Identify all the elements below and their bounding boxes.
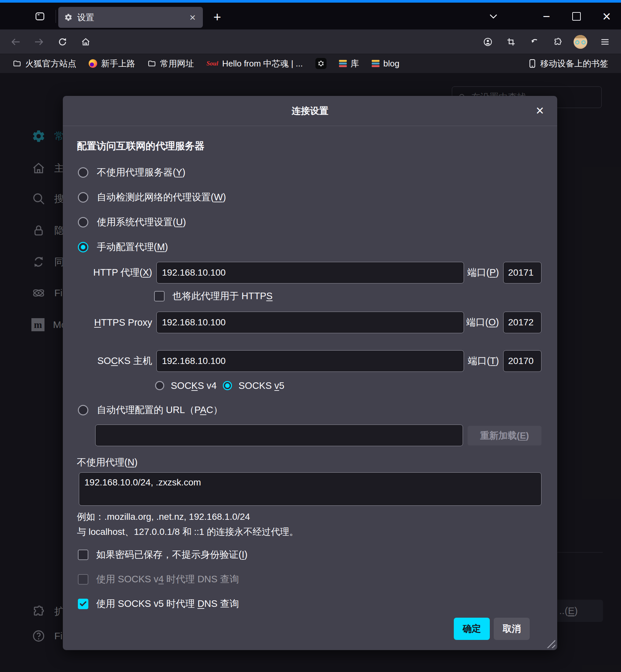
https-proxy-input[interactable] <box>156 312 464 333</box>
ok-button[interactable]: 确定 <box>454 618 490 640</box>
radio-socks-v5[interactable]: SOCKS v5 <box>223 379 284 393</box>
gear-icon <box>64 13 73 22</box>
stack-icon <box>372 60 379 68</box>
tab-bar: 设置 × + − × <box>0 3 621 30</box>
checkbox-socks4-dns: 使用 SOCKS v4 时代理 DNS 查询 <box>78 573 239 586</box>
account-icon[interactable] <box>479 33 496 50</box>
undo-icon[interactable] <box>526 33 543 50</box>
pac-url-input[interactable] <box>95 425 463 446</box>
no-proxy-textarea[interactable]: 192.168.10.0/24, .zxzsk.com <box>79 472 541 506</box>
firefox-icon <box>89 59 97 68</box>
phone-icon <box>528 59 536 68</box>
tab-settings[interactable]: 设置 × <box>58 7 203 28</box>
bookmark-item[interactable] <box>316 58 327 69</box>
bookmark-item[interactable]: blog <box>372 58 400 69</box>
list-all-tabs-chevron-icon[interactable] <box>484 7 503 26</box>
window-accent-line <box>0 0 621 3</box>
navigation-bar: Firefox about:preferences <box>0 30 621 54</box>
radio-auto-detect[interactable]: 自动检测此网络的代理设置(W) <box>78 190 226 205</box>
checkbox-checked-icon <box>78 599 88 609</box>
checkbox-icon <box>154 291 165 302</box>
forward-icon[interactable] <box>31 33 47 50</box>
bookmark-item[interactable]: 库 <box>339 58 359 69</box>
radio-system-proxy[interactable]: 使用系统代理设置(U) <box>78 215 186 230</box>
https-proxy-label: HTTPS Proxy <box>77 312 152 333</box>
bookmark-folder[interactable]: 常用网址 <box>148 58 194 69</box>
stack-icon <box>339 60 347 68</box>
cancel-button[interactable]: 取消 <box>494 618 530 640</box>
soul-icon: Soul <box>206 60 218 67</box>
firefox-view-icon[interactable] <box>31 9 48 24</box>
back-icon[interactable] <box>7 33 24 50</box>
checkbox-auth-prompt[interactable]: 如果密码已保存，不提示身份验证(I) <box>78 548 247 561</box>
radio-manual-proxy[interactable]: 手动配置代理(M) <box>78 240 168 254</box>
no-proxy-label: 不使用代理(N) <box>77 456 137 469</box>
tab-title: 设置 <box>77 12 183 23</box>
radio-socks-v4[interactable]: SOCKS v4 <box>155 379 217 393</box>
no-proxy-example: 例如：.mozilla.org, .net.nz, 192.168.1.0/24 <box>77 511 250 523</box>
bookmark-folder[interactable]: 火狐官方站点 <box>13 58 76 69</box>
reload-icon[interactable] <box>54 33 71 50</box>
dialog-close-icon[interactable]: × <box>531 102 549 119</box>
window-maximize-button[interactable] <box>567 7 586 26</box>
radio-icon <box>155 381 164 390</box>
mobile-bookmarks[interactable]: 移动设备上的书签 <box>528 58 608 69</box>
dialog-title: 连接设置 <box>63 96 557 126</box>
window-close-button[interactable]: × <box>597 7 616 26</box>
bookmarks-bar: 火狐官方站点 新手上路 常用网址 Soul Hello from 中芯魂 | .… <box>0 54 621 73</box>
bookmark-item[interactable]: 新手上路 <box>89 58 135 69</box>
radio-icon <box>78 405 88 416</box>
radio-icon <box>78 167 88 178</box>
tab-close-icon[interactable]: × <box>188 12 197 23</box>
radio-selected-icon <box>223 381 232 390</box>
bookmark-item[interactable]: Soul Hello from 中芯魂 | ... <box>206 58 303 69</box>
checkbox-disabled-icon <box>78 574 88 585</box>
socks-port-label: 端口(T) <box>466 350 499 372</box>
checkbox-socks5-dns[interactable]: 使用 SOCKS v5 时代理 DNS 查询 <box>78 597 239 610</box>
profile-avatar[interactable] <box>574 35 587 49</box>
screenshot-icon[interactable] <box>503 33 520 50</box>
radio-no-proxy[interactable]: 不使用代理服务器(Y) <box>78 165 185 180</box>
http-proxy-label: HTTP 代理(X) <box>77 262 152 283</box>
radio-selected-icon <box>78 242 88 252</box>
dialog-heading: 配置访问互联网的代理服务器 <box>77 140 205 153</box>
settings-page: 在设置中查找 常规 主页 搜索 隐私与安全 同步 Firefox Labs m … <box>0 73 621 672</box>
radio-icon <box>78 217 88 228</box>
no-proxy-note: 与 localhost、127.0.0.1/8 和 ::1 的连接永不经过代理。 <box>77 526 298 538</box>
https-port-label: 端口(O) <box>466 312 499 333</box>
socks-host-input[interactable] <box>156 350 464 372</box>
socks-port-input[interactable] <box>503 350 541 372</box>
http-proxy-input[interactable] <box>156 262 464 283</box>
https-port-input[interactable] <box>503 312 541 333</box>
extensions-puzzle-icon[interactable] <box>549 33 566 50</box>
reload-pac-button[interactable]: 重新加载(E) <box>467 426 541 445</box>
socks-host-label: SOCKS 主机 <box>77 350 152 372</box>
folder-icon <box>13 59 21 68</box>
dialog-header: 连接设置 × <box>63 96 557 126</box>
chatgpt-icon <box>316 58 327 69</box>
new-tab-button[interactable]: + <box>209 9 225 25</box>
radio-icon <box>78 192 88 203</box>
http-port-label: 端口(P) <box>466 262 499 283</box>
connection-settings-dialog: 连接设置 × 配置访问互联网的代理服务器 不使用代理服务器(Y) 自动检测此网络… <box>63 96 557 650</box>
checkbox-share-proxy-https[interactable]: 也将此代理用于 HTTPS <box>154 290 273 303</box>
window-minimize-button[interactable]: − <box>537 7 556 26</box>
http-port-input[interactable] <box>503 262 541 283</box>
radio-pac-url[interactable]: 自动代理配置的 URL（PAC） <box>78 403 223 417</box>
home-icon[interactable] <box>77 33 94 50</box>
resize-grip[interactable] <box>545 638 555 648</box>
checkbox-icon <box>78 550 88 560</box>
menu-hamburger-icon[interactable] <box>596 33 614 50</box>
folder-icon <box>148 59 156 68</box>
